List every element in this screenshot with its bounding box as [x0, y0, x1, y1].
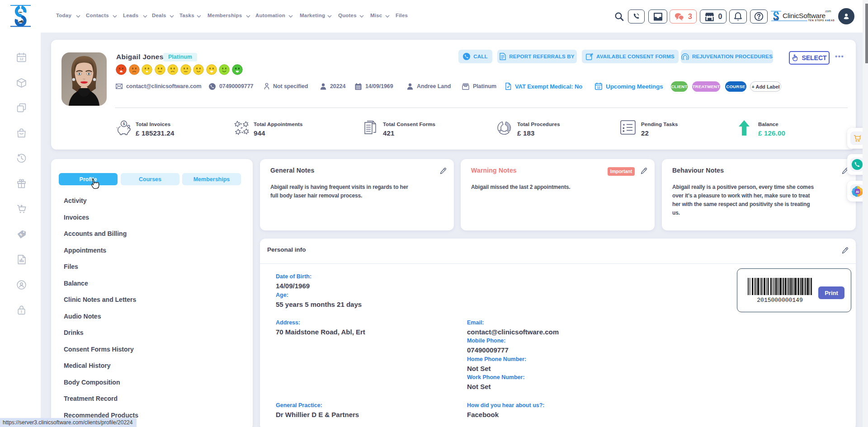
svg-text:AI: AI — [855, 190, 859, 194]
svg-text:$: $ — [123, 122, 125, 126]
svg-text:12: 12 — [19, 57, 24, 61]
